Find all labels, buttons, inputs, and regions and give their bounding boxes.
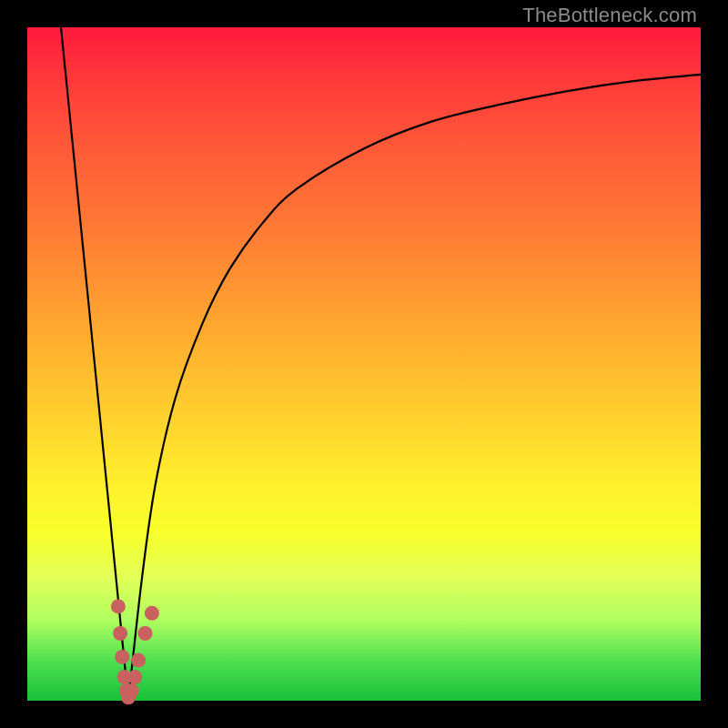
watermark-text: TheBottleneck.com [522,4,697,27]
data-marker [111,599,126,613]
plot-area [27,27,701,701]
data-marker [113,626,127,641]
chart-svg [27,27,701,701]
marker-group [111,599,159,704]
data-marker [125,683,139,698]
curve-right-branch [128,75,701,701]
chart-frame: TheBottleneck.com [0,0,728,728]
data-marker [145,606,159,621]
data-marker [138,626,153,641]
data-marker [115,650,129,664]
data-marker [127,670,142,684]
data-marker [131,653,146,668]
